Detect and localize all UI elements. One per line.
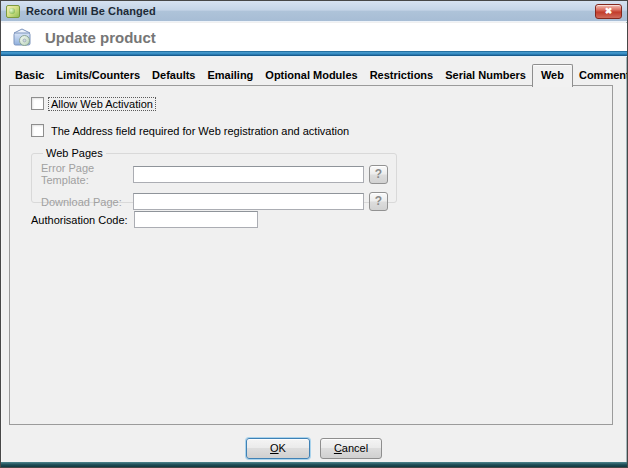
button-bar: OK Cancel <box>1 436 627 460</box>
tab-defaults[interactable]: Defaults <box>146 64 201 86</box>
window-bottom-edge <box>1 462 627 467</box>
app-icon <box>6 5 20 18</box>
ok-button-label: K <box>279 442 286 454</box>
error-page-template-input[interactable] <box>133 166 364 183</box>
tab-comments[interactable]: Comments <box>573 64 628 86</box>
authorisation-code-input[interactable] <box>134 211 258 228</box>
error-page-template-help-button[interactable]: ? <box>369 165 388 184</box>
dialog-window: Record Will Be Changed ✖ Update product … <box>0 0 628 468</box>
authorisation-code-row: Authorisation Code: <box>31 211 258 228</box>
cancel-button-label: ancel <box>342 442 368 454</box>
error-page-template-row: Error Page Template: ? <box>41 162 396 186</box>
web-pages-legend: Web Pages <box>43 147 106 159</box>
tab-restrictions[interactable]: Restrictions <box>364 64 440 86</box>
tab-bar: Basic Limits/Counters Defaults Emailing … <box>9 64 619 86</box>
address-required-row: The Address field required for Web regis… <box>31 124 351 137</box>
tab-limits-counters[interactable]: Limits/Counters <box>50 64 146 86</box>
page-title: Update product <box>45 29 156 46</box>
error-page-template-label: Error Page Template: <box>41 162 133 186</box>
tab-panel: Allow Web Activation The Address field r… <box>9 85 613 425</box>
cancel-button-accesskey: C <box>334 442 342 454</box>
question-icon: ? <box>375 194 382 208</box>
allow-web-activation-checkbox[interactable] <box>31 97 44 110</box>
download-page-help-button[interactable]: ? <box>369 192 388 211</box>
header: Update product <box>1 23 627 51</box>
address-required-checkbox[interactable] <box>31 124 44 137</box>
window-title: Record Will Be Changed <box>26 5 156 17</box>
allow-web-activation-row: Allow Web Activation <box>31 97 155 110</box>
download-page-input[interactable] <box>133 193 364 210</box>
allow-web-activation-label[interactable]: Allow Web Activation <box>49 98 155 110</box>
tab-optional-modules[interactable]: Optional Modules <box>259 64 363 86</box>
product-icon <box>11 26 33 48</box>
authorisation-code-label: Authorisation Code: <box>31 214 134 226</box>
close-button[interactable]: ✖ <box>595 4 622 19</box>
cancel-button[interactable]: Cancel <box>320 438 382 459</box>
ok-button-accesskey: O <box>270 442 279 454</box>
tab-web[interactable]: Web <box>532 64 573 87</box>
tab-serial-numbers[interactable]: Serial Numbers <box>439 64 532 86</box>
address-required-label[interactable]: The Address field required for Web regis… <box>49 125 351 137</box>
download-page-label: Download Page: <box>41 196 133 208</box>
accent-divider <box>1 51 627 57</box>
question-icon: ? <box>375 167 382 181</box>
ok-button[interactable]: OK <box>246 438 310 459</box>
web-pages-group: Web Pages Error Page Template: ? Downloa… <box>31 147 397 203</box>
close-icon: ✖ <box>605 6 613 16</box>
tab-emailing[interactable]: Emailing <box>202 64 260 86</box>
title-bar: Record Will Be Changed ✖ <box>1 1 627 22</box>
tab-basic[interactable]: Basic <box>9 64 50 86</box>
download-page-row: Download Page: ? <box>41 192 396 211</box>
